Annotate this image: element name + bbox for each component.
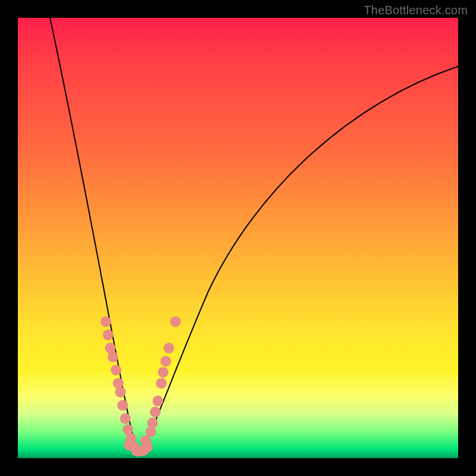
highlight-dot — [152, 396, 163, 406]
plot-area — [18, 18, 458, 458]
highlight-dot — [111, 365, 121, 375]
curve-layer — [18, 18, 458, 458]
highlight-dot — [147, 418, 158, 428]
bottleneck-curve-right — [140, 65, 461, 455]
highlight-dot — [156, 378, 167, 389]
highlight-dot — [101, 317, 111, 327]
highlight-dot — [117, 400, 128, 411]
highlight-dot — [170, 317, 181, 327]
highlight-dot — [161, 356, 171, 367]
highlight-dot — [158, 367, 168, 378]
watermark-text: TheBottleneck.com — [364, 4, 468, 17]
highlight-dot — [120, 413, 131, 424]
highlight-dot — [103, 330, 114, 340]
highlight-dot — [115, 387, 126, 397]
highlight-dot — [164, 343, 174, 353]
highlight-dot — [108, 352, 118, 362]
bottleneck-curve-left — [49, 15, 140, 455]
highlight-dot — [150, 406, 161, 417]
chart-frame: TheBottleneck.com — [0, 0, 476, 476]
